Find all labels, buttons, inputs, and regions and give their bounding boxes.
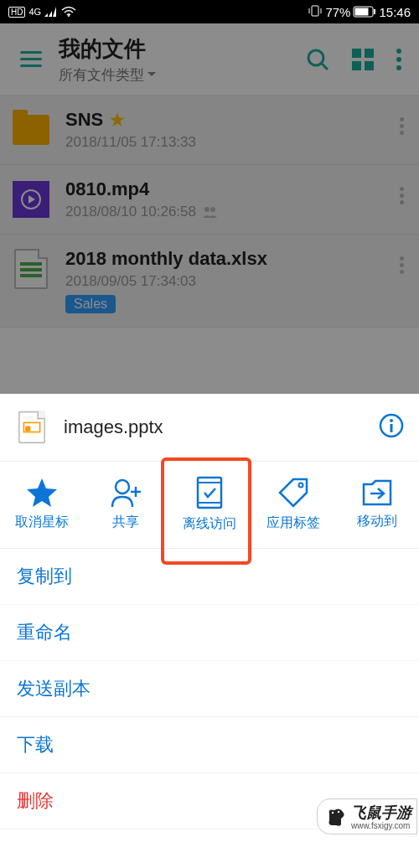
spreadsheet-icon [14,249,48,289]
file-item-folder[interactable]: SNS★ 2018/11/05 17:13:33 [0,96,419,165]
share-action[interactable]: 共享 [84,477,168,533]
svg-rect-10 [365,61,374,70]
svg-point-17 [390,419,393,422]
file-menu-button[interactable] [395,109,409,143]
overflow-button[interactable] [396,49,402,70]
svg-rect-4 [374,9,375,14]
svg-point-15 [210,207,215,212]
action-label: 取消星标 [15,514,69,531]
page-title: 我的文件 [59,34,305,64]
copy-to-item[interactable]: 复制到 [0,549,419,605]
download-item[interactable]: 下载 [0,717,419,773]
wifi-icon [61,5,76,19]
search-button[interactable] [305,47,330,72]
folder-icon [13,115,49,145]
action-label: 离线访问 [183,515,236,533]
sheet-filename: images.pptx [64,416,379,438]
watermark-logo-icon [326,807,346,827]
info-button[interactable] [379,413,404,442]
file-tag: Sales [65,295,116,313]
file-date: 2018/08/10 10:26:58 [65,204,196,220]
shared-icon [203,206,220,218]
action-row: 取消星标 共享 离线访问 应用标签 移动到 [0,462,419,549]
svg-rect-18 [391,424,393,432]
svg-point-13 [396,65,401,70]
svg-point-27 [332,811,334,813]
svg-rect-9 [352,61,361,70]
file-name: 0810.mp4 [65,178,149,200]
watermark-brand: 飞鼠手游 [351,804,411,821]
file-item-video[interactable]: 0810.mp4 2018/08/10 10:26:58 [0,165,419,235]
file-list: SNS★ 2018/11/05 17:13:33 0810.mp4 2018/0… [0,96,419,328]
svg-rect-1 [312,6,318,16]
watermark: 飞鼠手游 www.fsxigy.com [317,798,417,834]
star-filled-icon [27,478,57,507]
send-copy-item[interactable]: 发送副本 [0,661,419,717]
action-label: 应用标签 [266,514,320,532]
battery-pct: 77% [325,5,350,19]
file-date: 2018/09/05 17:34:03 [65,273,395,290]
action-label: 共享 [112,514,139,531]
menu-button[interactable] [12,43,50,75]
battery-icon [354,5,375,19]
file-name: 2018 monthly data.xlsx [65,248,267,270]
svg-line-6 [322,64,328,70]
presentation-icon [18,411,45,443]
file-item-xlsx[interactable]: 2018 monthly data.xlsx 2018/09/05 17:34:… [0,235,419,328]
file-menu-button[interactable] [395,248,409,282]
unstar-action[interactable]: 取消星标 [0,477,84,533]
svg-rect-8 [365,49,374,58]
file-type-filter[interactable]: 所有文件类型 [59,64,305,85]
share-person-icon [111,478,141,507]
move-action[interactable]: 移动到 [335,477,419,533]
file-menu-button[interactable] [395,178,409,213]
svg-point-14 [204,207,210,212]
watermark-url: www.fsxigy.com [351,821,411,830]
status-bar: HD 4G 77% 15:46 [0,0,419,23]
svg-rect-7 [352,49,361,58]
tag-icon [278,478,308,508]
svg-point-25 [299,483,303,488]
move-folder-icon [362,479,392,506]
tag-action[interactable]: 应用标签 [251,477,335,533]
network-indicator: 4G [28,7,41,17]
svg-point-0 [68,15,70,17]
hd-indicator: HD [8,7,25,18]
rename-item[interactable]: 重命名 [0,605,419,661]
clock: 15:46 [379,5,411,19]
svg-point-19 [116,480,129,493]
offline-action[interactable]: 离线访问 [168,477,251,533]
file-name: SNS [65,109,103,131]
action-label: 移动到 [357,513,397,530]
svg-point-5 [308,50,323,65]
svg-rect-3 [355,8,369,15]
file-date: 2018/11/05 17:13:33 [65,134,395,151]
vibrate-icon [308,5,322,19]
svg-point-11 [396,49,401,54]
menu-list: 复制到 重命名 发送副本 下载 删除 [0,549,419,829]
app-bar: 我的文件 所有文件类型 [0,23,419,96]
svg-point-28 [338,810,339,812]
video-icon [13,181,49,218]
bottom-sheet: images.pptx 取消星标 共享 离线访问 应用标签 移动到 复制到 重命… [0,394,419,868]
star-icon: ★ [110,110,125,130]
svg-point-12 [396,57,401,62]
view-toggle-button[interactable] [352,49,374,70]
offline-device-icon [197,477,222,509]
chevron-down-icon [147,72,156,77]
signal-icon [44,5,58,19]
